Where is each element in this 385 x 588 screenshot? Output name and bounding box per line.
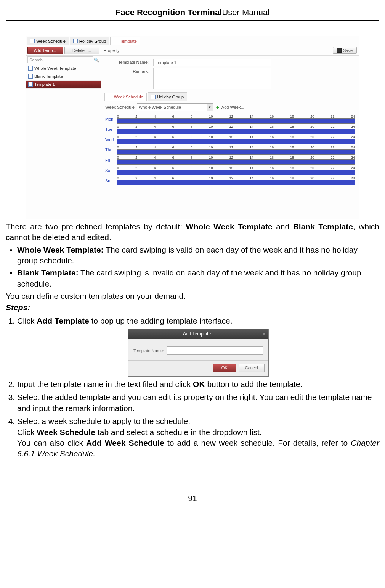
list-item[interactable]: Blank Template	[26, 72, 101, 81]
search-icon[interactable]: 🔍	[93, 58, 99, 63]
day-label: Wed	[105, 137, 117, 142]
sub-tabs: Week Schedule Holiday Group	[104, 92, 357, 101]
left-pane: Add Temp... Delete T... Search... 🔍 Whol…	[26, 45, 101, 219]
week-schedule-dropdown[interactable]: Whole Week Schedule ▾	[137, 103, 213, 111]
calendar-icon	[30, 39, 35, 43]
step-item: Input the template name in the text file…	[17, 379, 379, 390]
tick-label: 12	[229, 145, 233, 149]
tick-label: 22	[331, 166, 335, 170]
calendar-icon	[108, 95, 112, 99]
subtab-holiday-group[interactable]: Holiday Group	[148, 92, 187, 101]
tick-label: 18	[290, 125, 294, 129]
tick-label: 6	[172, 114, 174, 118]
schedule-bar[interactable]	[117, 159, 355, 165]
tick-label: 12	[229, 114, 233, 118]
delete-template-button[interactable]: Delete T...	[64, 47, 100, 54]
tick-label: 4	[154, 125, 156, 129]
save-button[interactable]: Save	[333, 47, 357, 54]
day-row: Sat024681012141618202224	[105, 166, 355, 175]
plus-icon: +	[215, 105, 220, 110]
schedule-bar[interactable]	[117, 180, 355, 185]
add-week-button[interactable]: + Add Week...	[215, 105, 244, 110]
text: button to add the template.	[205, 380, 303, 388]
tick-label: 0	[117, 114, 119, 118]
tab-label: Week Schedule	[36, 39, 66, 43]
right-pane: Property Save Template Name: Template 1 …	[101, 45, 359, 219]
dialog-template-name-input[interactable]	[167, 346, 263, 355]
tick-label: 20	[310, 135, 314, 139]
ok-button[interactable]: OK	[213, 364, 236, 372]
tick-label: 6	[172, 125, 174, 129]
calendar-icon	[28, 82, 33, 87]
tick-label: 2	[135, 166, 137, 170]
text-bold: Add Week Schedule	[86, 438, 164, 447]
tick-label: 20	[310, 166, 314, 170]
schedule-bar[interactable]	[117, 139, 355, 144]
add-template-button[interactable]: Add Temp...	[27, 47, 63, 54]
schedule-bar[interactable]	[117, 129, 355, 134]
subtab-week-schedule[interactable]: Week Schedule	[104, 93, 147, 101]
template-name-input[interactable]: Template 1	[153, 59, 271, 66]
tick-label: 14	[250, 166, 253, 170]
tick-label: 6	[172, 176, 174, 180]
day-row: Fri024681012141618202224	[105, 156, 355, 165]
template-editor-screenshot: Week Schedule Holiday Group Template Add…	[26, 36, 359, 219]
tick-label: 2	[135, 145, 137, 149]
tick-label: 4	[154, 145, 156, 149]
tick-label: 10	[209, 145, 213, 149]
tick-label: 20	[310, 125, 314, 129]
tick-label: 12	[229, 125, 233, 129]
remark-input[interactable]	[153, 68, 271, 89]
step-item: Click Add Template to pop up the adding …	[17, 316, 379, 377]
tick-label: 12	[229, 176, 233, 180]
list-item[interactable]: Whole Week Template	[26, 64, 101, 72]
tab-week-schedule[interactable]: Week Schedule	[27, 37, 69, 45]
tick-label: 22	[331, 156, 335, 159]
add-template-dialog: Add Template × Template Name: OK Cancel	[128, 329, 269, 377]
tick-label: 8	[191, 166, 192, 170]
tick-label: 6	[172, 156, 174, 159]
day-label: Thu	[105, 148, 117, 152]
text: to pop up the adding template interface.	[89, 316, 233, 325]
tick-label: 20	[310, 114, 314, 118]
close-icon[interactable]: ×	[263, 331, 265, 337]
tick-label: 0	[117, 176, 119, 180]
tick-label: 4	[154, 114, 156, 118]
day-row: Tue024681012141618202224	[105, 125, 355, 134]
schedule-area: Mon024681012141618202224Tue0246810121416…	[101, 113, 359, 188]
list-item-selected[interactable]: Template 1	[26, 81, 101, 89]
text: There are two pre-defined templates by d…	[6, 222, 186, 231]
bullet-item: Blank Template: The card swiping is inva…	[17, 267, 379, 289]
list-item-label: Template 1	[34, 82, 55, 87]
day-label: Fri	[105, 158, 117, 163]
add-week-label: Add Week...	[221, 105, 244, 110]
text-bold: Add Template	[37, 316, 89, 325]
tick-label: 8	[191, 125, 192, 129]
calendar-icon	[28, 66, 33, 71]
tick-label: 2	[135, 114, 137, 118]
text-bold: Blank Template:	[17, 268, 79, 277]
tab-holiday-group[interactable]: Holiday Group	[70, 37, 109, 45]
save-icon	[337, 48, 342, 53]
search-input[interactable]: Search...	[27, 56, 93, 63]
calendar-icon	[151, 95, 156, 99]
tick-label: 22	[331, 114, 335, 118]
tab-label: Template	[120, 39, 137, 43]
cancel-button[interactable]: Cancel	[239, 364, 265, 372]
tick-label: 18	[290, 156, 294, 159]
text: Select the added template and you can ed…	[17, 393, 372, 412]
text-bold: Week Schedule	[37, 428, 95, 437]
property-label: Property	[104, 48, 120, 53]
text: Click	[17, 428, 37, 437]
tick-label: 20	[310, 156, 314, 159]
text-bold: OK	[193, 380, 205, 388]
calendar-icon	[28, 74, 33, 79]
tick-label: 12	[229, 135, 233, 139]
schedule-bar[interactable]	[117, 170, 355, 175]
tick-label: 16	[270, 125, 274, 129]
bullet-item: Whole Week Template: The card swiping is…	[17, 245, 379, 266]
tab-template[interactable]: Template	[110, 37, 140, 45]
schedule-bar[interactable]	[117, 118, 355, 124]
tick-label: 24	[351, 166, 355, 170]
schedule-bar[interactable]	[117, 149, 355, 155]
